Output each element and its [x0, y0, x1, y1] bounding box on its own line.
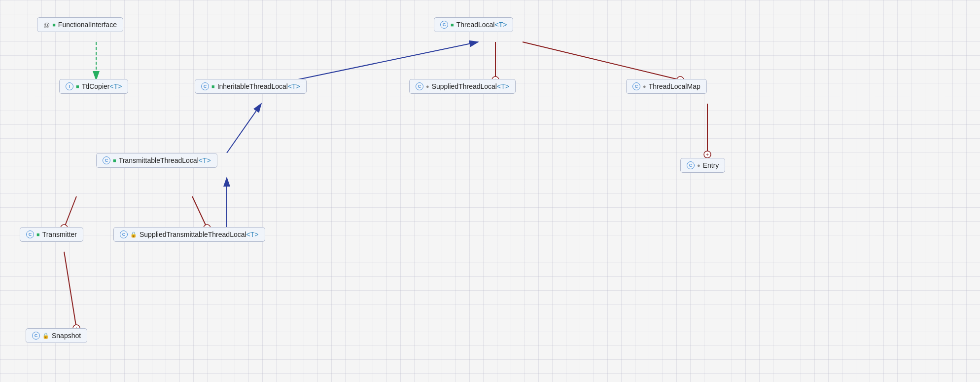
icon-c: C	[632, 82, 640, 90]
node-label: ThreadLocalMap	[649, 82, 700, 90]
icon-c: C	[120, 230, 128, 238]
node-label: ThreadLocal<T>	[456, 21, 507, 29]
icon-c: C	[416, 82, 423, 90]
visibility-badge: ■	[76, 83, 79, 89]
icon-c: C	[32, 332, 40, 340]
visibility-badge: ■	[52, 22, 56, 28]
icon-at: @	[43, 21, 50, 29]
arrows-layer: TtlCopier (green dotted, implements) -->…	[0, 0, 980, 382]
svg-line-9	[64, 196, 76, 228]
svg-line-5	[523, 42, 680, 80]
visibility-badge: ■	[113, 157, 116, 163]
node-functional-interface[interactable]: @ ■ FunctionalInterface	[37, 17, 123, 32]
node-label: Snapshot	[52, 332, 81, 340]
node-thread-local-map[interactable]: C ● ThreadLocalMap	[626, 79, 707, 94]
node-thread-local[interactable]: C ■ ThreadLocal<T>	[434, 17, 513, 32]
svg-line-1	[296, 42, 478, 80]
node-supplied-transmittable[interactable]: C 🔒 SuppliedTransmittableThreadLocal<T>	[113, 227, 265, 242]
node-label: Transmitter	[42, 230, 77, 238]
node-label: FunctionalInterface	[58, 21, 117, 29]
node-snapshot[interactable]: C 🔒 Snapshot	[26, 328, 87, 343]
node-label: InheritableThreadLocal<T>	[217, 82, 300, 90]
node-transmittable-thread-local[interactable]: C ■ TransmittableThreadLocal<T>	[96, 153, 217, 168]
visibility-badge: ■	[211, 83, 215, 89]
node-label: Entry	[703, 161, 719, 169]
icon-c: C	[103, 156, 110, 164]
svg-line-19	[64, 252, 76, 328]
visibility-badge: 🔒	[42, 333, 49, 339]
icon-c: C	[201, 82, 209, 90]
node-ttl-copier[interactable]: I ■ TtlCopier<T>	[59, 79, 128, 94]
icon-c: C	[26, 230, 34, 238]
svg-line-12	[192, 196, 207, 228]
visibility-badge: ■	[36, 231, 40, 237]
node-label: SuppliedThreadLocal<T>	[432, 82, 509, 90]
node-label: SuppliedTransmittableThreadLocal<T>	[140, 230, 259, 238]
icon-c: C	[440, 21, 448, 29]
node-label: TtlCopier<T>	[82, 82, 122, 90]
visibility-badge: ●	[426, 83, 429, 89]
icon-i: I	[66, 82, 73, 90]
svg-point-17	[704, 151, 711, 158]
visibility-badge: ●	[643, 83, 646, 89]
svg-line-8	[227, 104, 261, 153]
node-transmitter[interactable]: C ■ Transmitter	[20, 227, 83, 242]
svg-text:+: +	[706, 152, 709, 157]
icon-c: C	[687, 161, 695, 169]
visibility-badge: ●	[697, 162, 700, 168]
node-label: TransmittableThreadLocal<T>	[119, 156, 211, 164]
node-inheritable-thread-local[interactable]: C ■ InheritableThreadLocal<T>	[195, 79, 307, 94]
visibility-badge: ■	[451, 22, 454, 28]
node-entry[interactable]: C ● Entry	[680, 158, 725, 173]
node-supplied-thread-local[interactable]: C ● SuppliedThreadLocal<T>	[409, 79, 516, 94]
visibility-badge: 🔒	[130, 231, 137, 238]
